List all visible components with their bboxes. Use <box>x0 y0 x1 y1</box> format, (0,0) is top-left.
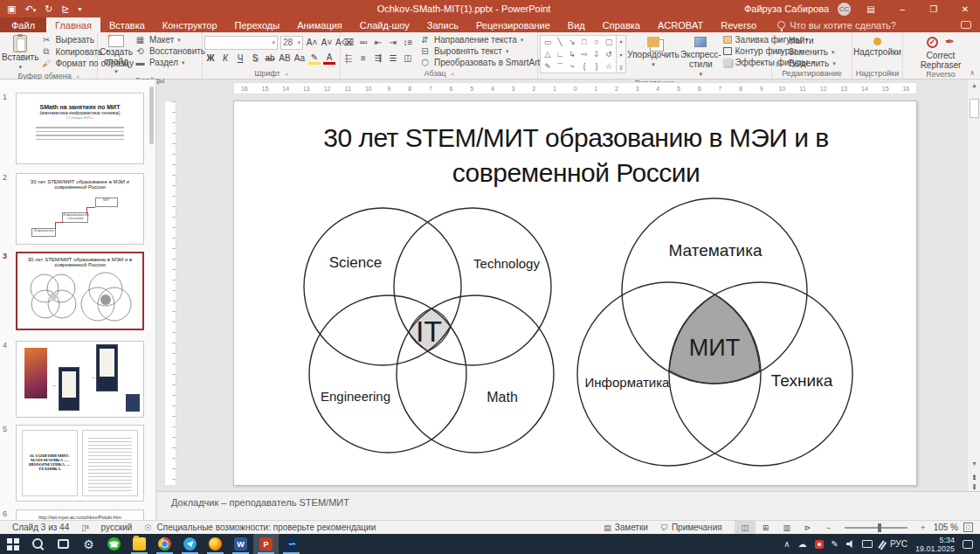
notes-text[interactable]: Докладчик – преподаватель STEM/МИТ <box>157 492 980 508</box>
comments-toggle[interactable]: Примечания <box>672 523 722 532</box>
tab-file[interactable]: Файл <box>0 17 46 32</box>
numbering-button[interactable]: ≕ <box>357 36 369 49</box>
grow-font-icon[interactable]: А˄ <box>306 36 318 49</box>
zoom-slider-knob[interactable] <box>878 523 881 532</box>
font-dialog-launcher[interactable]: ⟓ <box>285 69 288 78</box>
spellcheck-icon[interactable]: ▯ᵃ <box>81 523 88 532</box>
slide-counter[interactable]: Слайд 3 из 44 <box>12 523 69 532</box>
taskbar-chrome-icon[interactable] <box>152 534 177 554</box>
align-left-button[interactable]: ⬱ <box>342 52 355 65</box>
scroll-down-icon[interactable]: ▼ <box>968 458 980 469</box>
connectivity-icon[interactable] <box>878 540 884 548</box>
slide-thumbnail-6[interactable]: 6http://twt.mpei.ac.ru/ochkov/Potoki.htm <box>10 509 146 520</box>
reading-view-button[interactable]: ▥ <box>776 521 797 534</box>
replace-button[interactable]: abЗаменить▾ <box>774 47 836 57</box>
user-name[interactable]: Файруза Сабирова <box>744 3 829 14</box>
save-icon[interactable]: ▣ <box>7 3 16 15</box>
taskbar-word-icon[interactable]: W <box>228 534 253 554</box>
notes-pane[interactable]: Докладчик – преподаватель STEM/МИТ <box>157 491 980 520</box>
chevron-up-icon[interactable]: ∧ <box>783 539 790 549</box>
shape-block-arrow-right-icon[interactable]: ⇨ <box>578 48 590 60</box>
shape-brace-right-icon[interactable]: } <box>590 60 603 73</box>
close-button[interactable]: ✕ <box>954 0 977 17</box>
tab-переходы[interactable]: Переходы <box>226 17 289 32</box>
paste-button[interactable]: Вставить▾ <box>2 33 38 72</box>
align-right-button[interactable]: ⇶ <box>372 52 384 65</box>
paragraph-dialog-launcher[interactable]: ⟓ <box>451 69 454 78</box>
taskbar-task-view-icon[interactable] <box>51 534 76 554</box>
zoom-slider[interactable] <box>845 527 908 529</box>
restore-button[interactable]: ❒ <box>922 0 945 17</box>
cloud-icon[interactable]: ☁ <box>798 539 807 549</box>
slide-thumbnail-2[interactable]: 230 лет STEM/МИТ образование в МЭИ и сов… <box>10 173 146 245</box>
slide-thumbnail-3[interactable]: 330 лет STEM/МИТ образованию в МЭИ и в с… <box>10 252 146 330</box>
character-spacing-button[interactable]: АВ <box>279 52 291 65</box>
tab-acrobat[interactable]: ACROBAT <box>649 17 712 32</box>
font-color-button[interactable]: А <box>323 52 335 65</box>
taskbar-telegram-icon[interactable] <box>177 534 203 554</box>
clock[interactable]: 5:34 19.01.2025 <box>915 536 955 553</box>
scroll-up-icon[interactable]: ▲ <box>968 80 980 91</box>
language-indicator[interactable]: русский <box>101 523 133 532</box>
tab-справка[interactable]: Справка <box>594 17 649 32</box>
taskbar-start-icon[interactable] <box>0 534 25 554</box>
bold-button[interactable]: Ж <box>204 52 217 65</box>
shape-brace-left-icon[interactable]: { <box>578 60 590 73</box>
shape-elbow-arrow-icon[interactable]: ↳ <box>566 48 578 60</box>
tab-рецензирование[interactable]: Рецензирование <box>467 17 559 32</box>
tab-слайд-шоу[interactable]: Слайд-шоу <box>351 17 418 32</box>
zoom-in-button[interactable]: + <box>913 521 934 534</box>
tell-me-search[interactable]: Что вы хотите сделать? <box>777 17 896 32</box>
slide-thumbnail-4[interactable]: 4→→ <box>10 341 146 418</box>
thumbnail-preview[interactable]: 30 лет STEM/МИТ образование в МЭИ и совр… <box>16 173 144 245</box>
select-button[interactable]: ▻Выделить▾ <box>774 59 836 68</box>
convert-smartart-button[interactable]: ⬡Преобразовать в SmartArt▾ <box>419 58 547 67</box>
thumbnail-scrollbar[interactable] <box>149 87 154 144</box>
new-slide-button[interactable]: Создать слайд▾ <box>100 33 133 76</box>
decrease-indent-button[interactable]: ⇤ <box>372 36 384 49</box>
pen-icon[interactable]: ✎ <box>832 539 839 549</box>
find-button[interactable]: ⌕Найти <box>774 35 836 45</box>
section-button[interactable]: ▬Раздел▾ <box>135 58 205 67</box>
tab-запись[interactable]: Запись <box>418 17 467 32</box>
start-slideshow-icon[interactable]: ⊵ <box>61 3 69 15</box>
taskbar-whatsapp[interactable]: ☎ <box>101 534 127 554</box>
quick-styles-button[interactable]: Экспресс-стили▾ <box>680 33 721 79</box>
align-text-button[interactable]: ⊟Выровнять текст▾ <box>419 46 547 56</box>
taskbar-settings-icon[interactable]: ⚙ <box>76 534 101 554</box>
strikethrough-button[interactable]: ab <box>264 52 276 65</box>
avatar[interactable]: СС <box>838 3 851 16</box>
tab-вид[interactable]: Вид <box>559 17 594 32</box>
thumbnail-preview[interactable]: →→ <box>16 341 144 418</box>
italic-button[interactable]: К <box>219 52 231 65</box>
shape-oval-icon[interactable]: ○ <box>590 36 603 48</box>
slide-thumbnail-5[interactable]: 516 ЗАНЯТИЙ МИТ: МАТЕМАТИКА — ИНФОРМАТИК… <box>10 425 146 502</box>
tab-вставка[interactable]: Вставка <box>100 17 154 32</box>
text-direction-button[interactable]: ⇵Направление текста▾ <box>419 35 547 45</box>
fit-to-window-button[interactable] <box>963 523 973 532</box>
recorder-icon[interactable] <box>815 540 824 549</box>
shadow-button[interactable]: S <box>249 52 261 65</box>
taskbar-search-icon[interactable] <box>25 534 51 554</box>
bullets-button[interactable]: ≔ <box>342 36 355 49</box>
scrollbar-thumb[interactable] <box>970 99 979 118</box>
accessibility-status[interactable]: Специальные возможности: проверьте реком… <box>157 523 376 532</box>
normal-view-button[interactable]: ◫ <box>735 521 756 534</box>
change-case-button[interactable]: Аа <box>293 52 306 65</box>
shapes-gallery-more[interactable]: ▴▾⊽ <box>617 35 626 73</box>
underline-button[interactable]: Ч <box>234 52 246 65</box>
increase-indent-button[interactable]: ⇥ <box>387 36 399 49</box>
shape-star-icon[interactable]: ☆ <box>603 60 615 73</box>
font-name-combo[interactable]: ▾ <box>204 36 278 50</box>
zoom-level[interactable]: 105 % <box>934 523 958 532</box>
slide-thumbnail-1[interactable]: 1SMath на занятиях по МИТ(математика-инф… <box>10 93 146 164</box>
addins-button[interactable]: Надстройки <box>854 33 901 57</box>
align-center-button[interactable]: ≡ <box>357 52 369 65</box>
thumbnail-preview[interactable]: SMath на занятиях по МИТ(математика-инфо… <box>16 93 144 164</box>
ribbon-display-options-icon[interactable]: ▤ <box>859 0 882 17</box>
notes-toggle[interactable]: Заметки <box>615 523 648 532</box>
justify-button[interactable]: ☰ <box>387 52 399 65</box>
shape-freeform-icon[interactable]: ↺ <box>603 48 615 60</box>
zoom-out-button[interactable]: − <box>818 521 839 534</box>
customize-qat-icon[interactable]: ▾ <box>79 5 82 13</box>
